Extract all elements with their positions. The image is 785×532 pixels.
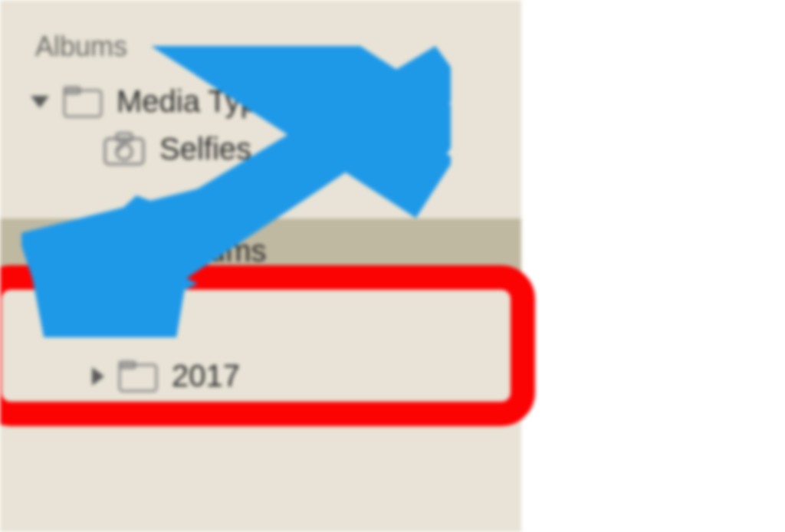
sidebar: Albums Media Types Selfies My Albums 201… [0,0,521,532]
sidebar-item-2017[interactable]: 2017 [0,353,521,399]
disclosure-triangle-icon[interactable] [92,367,104,386]
camera-icon [103,131,146,166]
sidebar-item-media-types[interactable]: Media Types [0,78,521,125]
folder-icon [63,86,103,118]
sidebar-item-label: Selfies [159,132,251,166]
sidebar-section-header: Albums [0,0,521,78]
sidebar-item-label: 2017 [172,359,240,393]
sidebar-item-my-albums[interactable]: My Albums [0,218,521,284]
sidebar-item-label: My Albums [117,234,267,268]
sidebar-item-label: Media Types [117,84,290,119]
svg-rect-4 [117,133,132,141]
disclosure-triangle-icon[interactable] [31,245,49,258]
folder-icon [63,235,103,268]
folder-icon [118,360,158,392]
disclosure-triangle-icon[interactable] [31,96,49,108]
sidebar-item-selfies[interactable]: Selfies [0,125,521,172]
